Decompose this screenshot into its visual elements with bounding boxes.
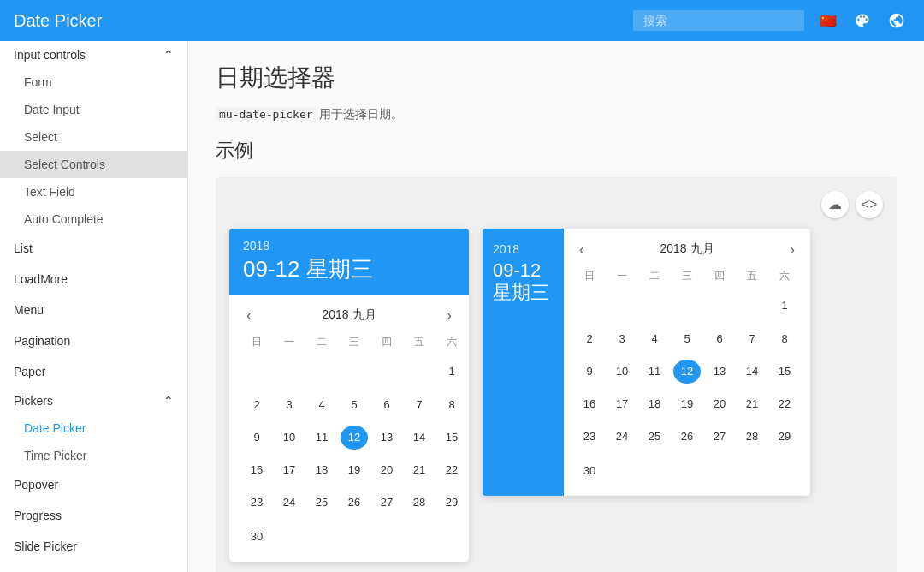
day-cell[interactable]: 14 bbox=[406, 426, 433, 450]
day-cell[interactable]: 6 bbox=[706, 327, 733, 351]
day-cell[interactable]: 24 bbox=[608, 425, 636, 449]
table-row[interactable]: 1 bbox=[436, 355, 467, 388]
sidebar-item-loadmore[interactable]: LoadMore bbox=[0, 264, 187, 295]
sidebar-item-progress[interactable]: Progress bbox=[0, 500, 187, 531]
next-month-btn-1[interactable]: › bbox=[443, 307, 455, 325]
table-row[interactable]: 2 bbox=[574, 324, 605, 355]
table-row[interactable]: 7 bbox=[737, 324, 767, 355]
day-cell[interactable]: 20 bbox=[373, 458, 400, 482]
table-row[interactable]: 15 bbox=[769, 356, 800, 387]
day-cell[interactable]: 2 bbox=[243, 393, 270, 417]
day-cell[interactable]: 26 bbox=[341, 491, 368, 515]
table-row[interactable]: 30 bbox=[241, 520, 272, 553]
day-cell[interactable]: 5 bbox=[341, 393, 368, 417]
table-row[interactable]: 4 bbox=[639, 324, 670, 355]
day-cell[interactable]: 21 bbox=[738, 392, 766, 416]
sidebar-item-popover[interactable]: Popover bbox=[0, 469, 187, 500]
table-row[interactable]: 22 bbox=[436, 455, 467, 486]
table-row[interactable]: 9 bbox=[574, 356, 605, 387]
search-input[interactable] bbox=[633, 10, 804, 31]
table-row[interactable]: 18 bbox=[306, 455, 337, 486]
table-row[interactable]: 26 bbox=[672, 421, 702, 452]
selected-day[interactable]: 12 bbox=[341, 426, 368, 450]
day-cell[interactable]: 6 bbox=[373, 393, 400, 417]
table-row[interactable]: 20 bbox=[704, 389, 735, 420]
sidebar-item-slider[interactable]: Slider bbox=[0, 562, 187, 572]
sidebar-item-form[interactable]: Form bbox=[0, 69, 187, 96]
day-cell[interactable]: 1 bbox=[438, 359, 465, 383]
sidebar-item-pagination[interactable]: Pagination bbox=[0, 325, 187, 356]
day-cell[interactable]: 16 bbox=[576, 392, 603, 416]
table-row[interactable]: 24 bbox=[607, 421, 637, 452]
table-row[interactable]: 3 bbox=[607, 324, 637, 355]
next-month-btn-2[interactable]: › bbox=[786, 241, 798, 259]
day-cell[interactable]: 29 bbox=[771, 425, 798, 449]
table-row[interactable]: 6 bbox=[704, 324, 735, 355]
day-cell[interactable]: 27 bbox=[706, 425, 733, 449]
table-row[interactable]: 26 bbox=[339, 487, 370, 518]
day-cell[interactable]: 11 bbox=[308, 426, 335, 450]
table-row[interactable]: 28 bbox=[404, 487, 435, 518]
day-cell[interactable]: 3 bbox=[275, 393, 303, 417]
table-row[interactable]: 17 bbox=[607, 389, 637, 420]
table-row[interactable]: 27 bbox=[704, 421, 735, 452]
table-row[interactable]: 2 bbox=[241, 390, 272, 420]
day-cell[interactable]: 7 bbox=[406, 393, 433, 417]
table-row[interactable]: 25 bbox=[639, 421, 670, 452]
day-cell[interactable]: 22 bbox=[438, 458, 465, 482]
table-row[interactable]: 11 bbox=[306, 422, 337, 453]
day-cell[interactable]: 17 bbox=[608, 392, 636, 416]
day-cell[interactable]: 28 bbox=[738, 425, 766, 449]
day-cell[interactable]: 13 bbox=[373, 426, 400, 450]
table-row[interactable]: 8 bbox=[769, 324, 800, 355]
table-row[interactable]: 24 bbox=[274, 487, 305, 518]
day-cell[interactable]: 14 bbox=[738, 360, 766, 384]
day-cell[interactable]: 30 bbox=[576, 458, 603, 482]
sidebar-item-slide-picker[interactable]: Slide Picker bbox=[0, 531, 187, 562]
table-row[interactable]: 27 bbox=[371, 487, 402, 518]
table-row[interactable]: 20 bbox=[371, 455, 402, 486]
table-row[interactable]: 19 bbox=[339, 455, 370, 486]
flag-icon[interactable]: 🇨🇳 bbox=[814, 10, 842, 31]
day-cell[interactable]: 21 bbox=[406, 458, 433, 482]
table-row[interactable]: 17 bbox=[274, 455, 305, 486]
table-row[interactable]: 1 bbox=[769, 289, 800, 322]
day-cell[interactable]: 4 bbox=[641, 327, 668, 351]
day-cell[interactable]: 29 bbox=[438, 491, 465, 515]
table-row[interactable]: 13 bbox=[371, 422, 402, 453]
table-row[interactable]: 10 bbox=[274, 422, 305, 453]
sidebar-item-date-picker[interactable]: Date Picker bbox=[0, 414, 187, 442]
table-row[interactable]: 8 bbox=[436, 390, 467, 420]
day-cell[interactable]: 22 bbox=[771, 392, 798, 416]
table-row[interactable]: 13 bbox=[704, 356, 735, 387]
day-cell[interactable]: 10 bbox=[275, 426, 303, 450]
sidebar-item-select[interactable]: Select bbox=[0, 123, 187, 151]
table-row[interactable]: 21 bbox=[404, 455, 435, 486]
day-cell[interactable]: 25 bbox=[308, 491, 335, 515]
day-cell[interactable]: 15 bbox=[438, 426, 465, 450]
table-row[interactable]: 19 bbox=[672, 389, 702, 420]
day-cell[interactable]: 3 bbox=[608, 327, 636, 351]
sidebar-item-paper[interactable]: Paper bbox=[0, 356, 187, 387]
day-cell[interactable]: 11 bbox=[641, 360, 668, 384]
day-cell[interactable]: 9 bbox=[243, 426, 270, 450]
day-cell[interactable]: 8 bbox=[438, 393, 465, 417]
table-row[interactable]: 21 bbox=[737, 389, 767, 420]
table-row[interactable]: 23 bbox=[241, 487, 272, 518]
table-row[interactable]: 16 bbox=[241, 455, 272, 486]
table-row[interactable]: 4 bbox=[306, 390, 337, 420]
day-cell[interactable]: 2 bbox=[576, 327, 603, 351]
table-row[interactable]: 5 bbox=[339, 390, 370, 420]
table-row[interactable]: 14 bbox=[737, 356, 767, 387]
sidebar-item-list[interactable]: List bbox=[0, 233, 187, 264]
day-cell[interactable]: 27 bbox=[373, 491, 400, 515]
palette-icon[interactable] bbox=[849, 10, 876, 31]
day-cell[interactable]: 30 bbox=[243, 524, 270, 548]
day-cell[interactable]: 7 bbox=[738, 327, 766, 351]
day-cell[interactable]: 28 bbox=[406, 491, 433, 515]
table-row[interactable]: 7 bbox=[404, 390, 435, 420]
cloud-button[interactable]: ☁ bbox=[821, 191, 849, 218]
sidebar-item-auto-complete[interactable]: Auto Complete bbox=[0, 206, 187, 233]
day-cell[interactable]: 15 bbox=[771, 360, 798, 384]
day-cell[interactable]: 19 bbox=[673, 392, 701, 416]
